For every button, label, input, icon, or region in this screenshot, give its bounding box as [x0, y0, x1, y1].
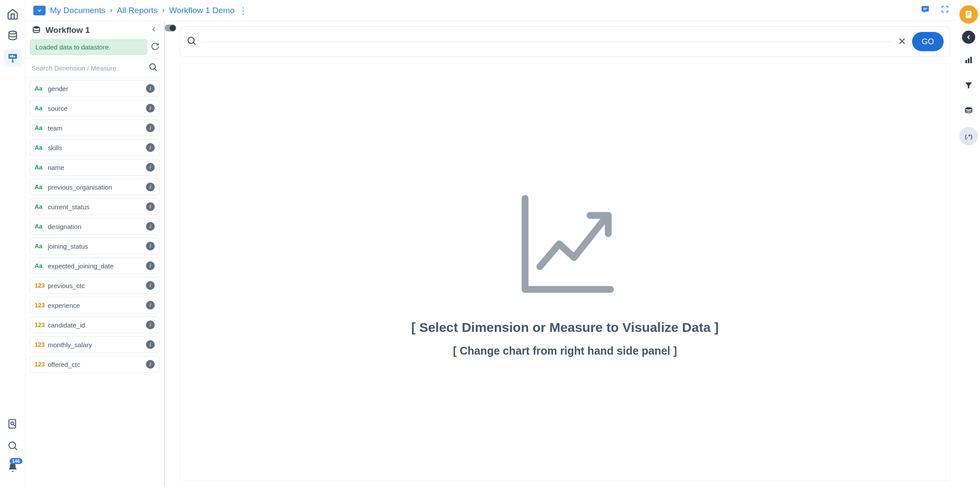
dimension-type-icon: Aa: [35, 243, 48, 250]
measure-type-icon: 123: [35, 321, 48, 328]
svg-rect-11: [923, 9, 926, 10]
presentation-icon[interactable]: [4, 49, 21, 67]
field-label: name: [48, 164, 146, 171]
query-input[interactable]: [203, 41, 892, 42]
field-item[interactable]: 123offered_ctci: [30, 356, 160, 373]
field-item[interactable]: 123candidate_idi: [30, 317, 160, 333]
search-icon[interactable]: [148, 62, 158, 74]
field-item[interactable]: Aacurrent_statusi: [30, 198, 160, 215]
breadcrumb-item-0[interactable]: My Documents: [50, 6, 106, 15]
layers-icon[interactable]: [959, 102, 978, 120]
go-button[interactable]: GO: [912, 32, 944, 51]
info-icon[interactable]: i: [146, 320, 155, 329]
regex-icon[interactable]: (.*): [959, 127, 978, 145]
info-icon[interactable]: i: [146, 183, 155, 191]
info-icon[interactable]: i: [146, 301, 155, 310]
field-label: previous_ctc: [48, 282, 146, 289]
field-item[interactable]: Aasourcei: [30, 100, 160, 116]
info-icon[interactable]: i: [146, 202, 155, 211]
datastore-icon: [32, 25, 41, 35]
filter-icon[interactable]: [959, 76, 978, 95]
svg-point-13: [150, 64, 156, 70]
field-item[interactable]: 123experiencei: [30, 297, 160, 313]
fullscreen-icon[interactable]: [941, 5, 949, 16]
field-item[interactable]: Aagenderi: [30, 80, 160, 97]
field-item[interactable]: Aadesignationi: [30, 218, 160, 235]
chevron-right-icon: ›: [110, 6, 113, 15]
field-list[interactable]: AagenderiAasourceiAateamiAaskillsiAaname…: [25, 77, 164, 486]
field-item[interactable]: Aajoining_statusi: [30, 238, 160, 254]
info-icon[interactable]: i: [146, 163, 155, 172]
breadcrumb: My Documents › All Reports › Workflow 1 …: [25, 0, 957, 21]
field-label: current_status: [48, 203, 146, 211]
info-icon[interactable]: i: [146, 340, 155, 349]
database-icon[interactable]: [4, 27, 21, 45]
field-label: skills: [48, 144, 146, 151]
measure-type-icon: 123: [35, 361, 48, 368]
info-icon[interactable]: i: [146, 143, 155, 152]
info-icon[interactable]: i: [146, 261, 155, 270]
search-icon[interactable]: [186, 35, 197, 48]
search-icon[interactable]: [4, 437, 21, 454]
chart-type-icon[interactable]: [959, 51, 978, 69]
svg-rect-6: [14, 56, 15, 57]
clear-icon[interactable]: ✕: [898, 36, 906, 47]
svg-rect-18: [967, 15, 969, 15]
panel-toggle[interactable]: [165, 25, 176, 32]
field-item[interactable]: Aanamei: [30, 159, 160, 176]
field-label: monthly_salary: [48, 341, 146, 349]
info-icon[interactable]: i: [146, 360, 155, 369]
info-icon[interactable]: i: [146, 222, 155, 231]
field-label: source: [48, 105, 146, 112]
svg-rect-5: [11, 55, 13, 57]
notifications-bell-icon[interactable]: 146: [4, 459, 21, 476]
field-label: experience: [48, 302, 146, 309]
svg-point-3: [11, 61, 13, 63]
field-label: designation: [48, 223, 146, 230]
dimension-type-icon: Aa: [35, 262, 48, 269]
folder-icon[interactable]: [33, 6, 46, 15]
placeholder-line-2: [ Change chart from right hand side pane…: [453, 345, 677, 357]
dimension-type-icon: Aa: [35, 105, 48, 112]
notes-icon[interactable]: [959, 5, 978, 24]
field-search-input[interactable]: [32, 64, 148, 72]
dimension-type-icon: Aa: [35, 164, 48, 171]
info-icon[interactable]: i: [146, 104, 155, 113]
dimension-type-icon: Aa: [35, 203, 48, 210]
field-item[interactable]: Aaskillsi: [30, 139, 160, 156]
info-icon[interactable]: i: [146, 123, 155, 132]
field-item[interactable]: Aaexpected_joining_datei: [30, 257, 160, 274]
field-label: team: [48, 124, 146, 132]
svg-rect-15: [966, 11, 972, 18]
svg-rect-2: [12, 59, 13, 60]
collapse-panel-icon[interactable]: [150, 25, 158, 35]
audit-icon[interactable]: [4, 415, 21, 433]
svg-point-8: [11, 422, 14, 425]
comment-icon[interactable]: [920, 5, 930, 16]
home-icon[interactable]: [4, 5, 21, 23]
svg-point-22: [966, 107, 972, 110]
svg-rect-21: [970, 57, 972, 63]
info-icon[interactable]: i: [146, 84, 155, 93]
svg-rect-10: [923, 8, 927, 8]
field-item[interactable]: Aaprevious_organisationi: [30, 179, 160, 195]
field-label: joining_status: [48, 243, 146, 250]
breadcrumb-item-1[interactable]: All Reports: [117, 6, 158, 15]
field-item[interactable]: 123monthly_salaryi: [30, 336, 160, 353]
notifications-badge: 146: [10, 458, 22, 464]
info-icon[interactable]: i: [146, 281, 155, 290]
dimension-type-icon: Aa: [35, 124, 48, 131]
breadcrumb-item-2[interactable]: Workflow 1 Demo: [169, 6, 235, 15]
left-nav-rail: 146: [0, 0, 25, 486]
field-item[interactable]: 123previous_ctci: [30, 277, 160, 294]
dimension-type-icon: Aa: [35, 144, 48, 151]
canvas-area: ✕ GO [ Select Dimension or Measure to Vi…: [165, 21, 957, 486]
field-item[interactable]: Aateami: [30, 120, 160, 136]
svg-rect-17: [967, 14, 970, 14]
kebab-icon[interactable]: ⋮: [239, 5, 248, 16]
back-icon[interactable]: [962, 31, 975, 44]
info-icon[interactable]: i: [146, 242, 155, 250]
svg-rect-4: [10, 56, 11, 57]
measure-type-icon: 123: [35, 341, 48, 348]
refresh-icon[interactable]: [151, 42, 160, 53]
